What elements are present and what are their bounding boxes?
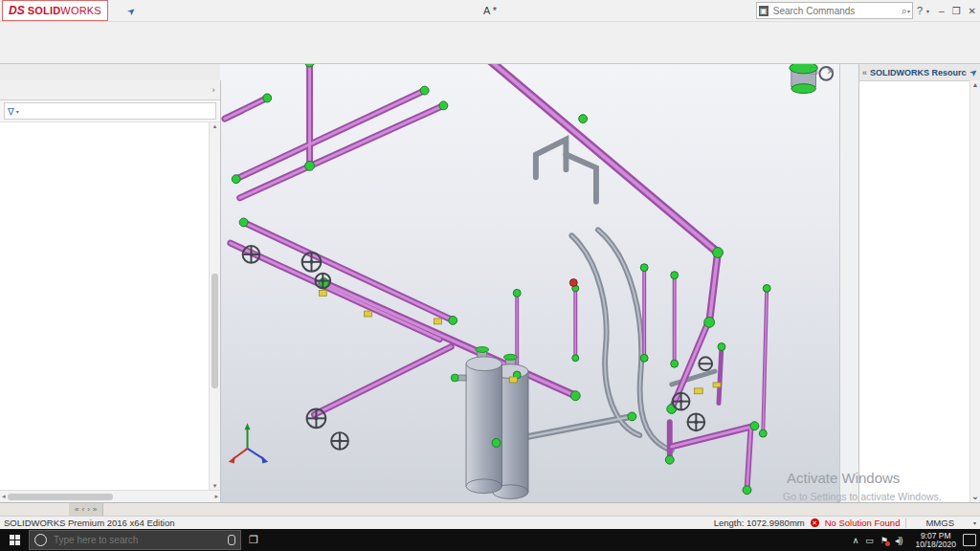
search-dropdown-icon[interactable]: ▾ <box>907 8 910 14</box>
solidworks-window: DS SOLID WORKS ➤ A * ▣ ⌕ ▾ ? ▾ – ❐ ✕ <box>0 0 980 551</box>
status-bar: SOLIDWORKS Premium 2016 x64 Edition Leng… <box>0 516 980 529</box>
restore-button[interactable]: ❐ <box>952 6 961 16</box>
help-dropdown-icon[interactable]: ▾ <box>926 8 929 14</box>
taskbar-search-input[interactable] <box>52 534 223 546</box>
doc-minimize-button[interactable]: – <box>795 66 801 77</box>
panel-tabs <box>17 80 207 99</box>
feature-tree: ▴▾ <box>0 121 220 490</box>
length-readout: Length: 1072.9980mm <box>714 518 805 528</box>
title-bar: DS SOLID WORKS ➤ A * ▣ ⌕ ▾ ? ▾ – ❐ ✕ <box>0 0 980 22</box>
error-text: No Solution Found <box>825 518 901 528</box>
document-window-controls: – ❐ ✕ <box>795 66 835 77</box>
clock[interactable]: 9:07 PM 10/18/2020 <box>915 532 956 549</box>
orientation-triad <box>229 423 268 463</box>
command-ribbon <box>0 22 980 64</box>
tree-vertical-scrollbar[interactable]: ▴▾ <box>209 122 220 490</box>
solidworks-resources-panel: « SOLIDWORKS Resources ➤ ▲⌄ <box>858 64 980 502</box>
system-tray: ∧ ▭ ⚑ ◂)) 9:07 PM 10/18/2020 <box>853 529 980 551</box>
doc-restore-button[interactable]: ❐ <box>810 66 818 77</box>
tray-expand-icon[interactable]: ∧ <box>853 536 859 545</box>
tray-date: 10/18/2020 <box>915 540 956 549</box>
vessels <box>451 346 528 498</box>
edition-label: SOLIDWORKS Premium 2016 x64 Edition <box>4 518 174 528</box>
content-area: › ∇ ▾ ▴▾ ◂▸ <box>0 64 980 502</box>
search-commands-box[interactable]: ▣ ⌕ ▾ <box>756 2 913 19</box>
minimize-button[interactable]: – <box>939 6 945 16</box>
tree-horizontal-scrollbar[interactable]: ◂▸ <box>0 490 220 502</box>
display-tray-icon[interactable]: ▭ <box>865 536 874 545</box>
solidworks-logo[interactable]: DS SOLID WORKS <box>2 0 108 21</box>
search-scope-icon[interactable]: ▣ <box>759 6 768 16</box>
action-center-flag-icon[interactable]: ⚑ <box>880 536 888 545</box>
volume-icon[interactable]: ◂)) <box>895 536 902 545</box>
windows-taskbar: ❐ ∧ ▭ ⚑ ◂)) 9:07 PM 10/18/2020 <box>0 529 980 551</box>
viewport-3d-scene <box>220 64 840 502</box>
tree-filter-box[interactable]: ∇ ▾ <box>4 102 216 120</box>
tab-nav-arrows[interactable]: «‹›» <box>69 503 103 516</box>
brand-solid: SOLID <box>28 5 61 16</box>
close-button[interactable]: ✕ <box>969 6 976 16</box>
resources-scrollbar[interactable]: ▲⌄ <box>969 80 980 502</box>
brand-works: WORKS <box>60 5 101 16</box>
search-commands-input[interactable] <box>771 5 902 17</box>
pin-menu-icon[interactable]: ➤ <box>124 4 137 17</box>
windows-logo-icon <box>10 535 20 545</box>
graphics-viewport[interactable]: – ❐ ✕ <box>220 64 840 502</box>
taskbar-search-box[interactable] <box>29 530 241 550</box>
filter-dropdown-icon[interactable]: ▾ <box>16 108 19 115</box>
task-view-button[interactable]: ❐ <box>241 529 266 551</box>
filter-funnel-icon: ∇ <box>8 106 14 117</box>
pin-panel-icon[interactable]: ➤ <box>967 66 979 79</box>
cortana-icon <box>34 534 47 546</box>
collapse-panel-icon[interactable]: « <box>862 68 867 77</box>
help-button[interactable]: ? <box>917 5 923 16</box>
resources-title: SOLIDWORKS Resources <box>870 68 967 77</box>
feature-manager-panel: › ∇ ▾ ▴▾ ◂▸ <box>0 80 221 502</box>
model-tabs-bar: «‹›» <box>0 502 980 516</box>
units-selector[interactable]: MMGS <box>912 518 968 528</box>
microphone-icon[interactable] <box>228 535 235 545</box>
ds-logo-icon: DS <box>9 4 25 17</box>
units-dropdown-icon[interactable]: ▾ <box>973 519 976 526</box>
start-button[interactable] <box>0 529 29 551</box>
panel-mini-icons <box>0 80 17 99</box>
doc-close-button[interactable]: ✕ <box>827 66 835 77</box>
task-pane-tab-strip <box>839 64 859 502</box>
error-icon: ✕ <box>811 518 819 527</box>
notification-center-icon[interactable] <box>963 534 976 546</box>
panel-expand-arrow[interactable]: › <box>207 80 220 99</box>
